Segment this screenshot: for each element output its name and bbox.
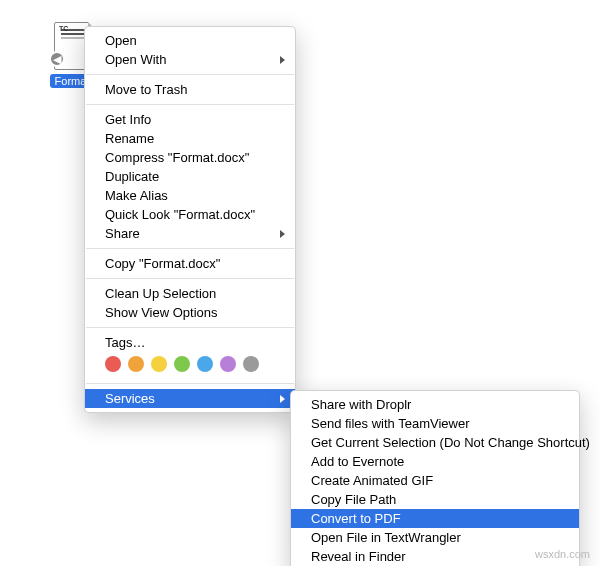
menu-item-label: Copy "Format.docx" xyxy=(105,256,220,271)
menu-item-label: Quick Look "Format.docx" xyxy=(105,207,255,222)
services-submenu: Share with DroplrSend files with TeamVie… xyxy=(290,390,580,566)
menu-item-label: Tags… xyxy=(105,335,145,350)
submenu-item[interactable]: Get Current Selection (Do Not Change Sho… xyxy=(291,433,579,452)
submenu-item-label: Copy File Path xyxy=(311,492,396,507)
menu-item[interactable]: Get Info xyxy=(85,110,295,129)
menu-separator xyxy=(86,248,294,249)
menu-item[interactable]: Share xyxy=(85,224,295,243)
chevron-right-icon xyxy=(280,56,285,64)
submenu-item-label: Reveal in Finder xyxy=(311,549,406,564)
tag-color-dot[interactable] xyxy=(105,356,121,372)
tag-color-dot[interactable] xyxy=(197,356,213,372)
submenu-item[interactable]: Convert to PDF xyxy=(291,509,579,528)
submenu-item[interactable]: Share with Droplr xyxy=(291,395,579,414)
tag-color-dot[interactable] xyxy=(243,356,259,372)
menu-item-label: Rename xyxy=(105,131,154,146)
menu-item-label: Clean Up Selection xyxy=(105,286,216,301)
submenu-item[interactable]: Copy File Path xyxy=(291,490,579,509)
menu-item-label: Compress "Format.docx" xyxy=(105,150,249,165)
menu-item[interactable]: Show View Options xyxy=(85,303,295,322)
tag-color-dot[interactable] xyxy=(174,356,190,372)
submenu-item[interactable]: Add to Evernote xyxy=(291,452,579,471)
menu-item-label: Show View Options xyxy=(105,305,218,320)
watermark: wsxdn.com xyxy=(535,548,590,560)
tag-color-dot[interactable] xyxy=(220,356,236,372)
context-menu: OpenOpen With Move to Trash Get InfoRena… xyxy=(84,26,296,413)
submenu-item-label: Convert to PDF xyxy=(311,511,401,526)
menu-separator xyxy=(86,74,294,75)
submenu-item-label: Share with Droplr xyxy=(311,397,411,412)
menu-item[interactable]: Clean Up Selection xyxy=(85,284,295,303)
menu-item-label: Move to Trash xyxy=(105,82,187,97)
menu-separator xyxy=(86,278,294,279)
chevron-right-icon xyxy=(280,230,285,238)
tags-row xyxy=(85,352,295,378)
menu-item[interactable]: Make Alias xyxy=(85,186,295,205)
menu-item[interactable]: Quick Look "Format.docx" xyxy=(85,205,295,224)
menu-item-label: Open xyxy=(105,33,137,48)
menu-item[interactable]: Duplicate xyxy=(85,167,295,186)
menu-item[interactable]: Rename xyxy=(85,129,295,148)
submenu-item-label: Get Current Selection (Do Not Change Sho… xyxy=(311,435,590,450)
menu-item[interactable]: Open With xyxy=(85,50,295,69)
menu-item-tags[interactable]: Tags… xyxy=(85,333,295,352)
menu-item-label: Services xyxy=(105,391,155,406)
menu-item-label: Share xyxy=(105,226,140,241)
chevron-right-icon xyxy=(280,395,285,403)
menu-item[interactable]: Open xyxy=(85,31,295,50)
menu-separator xyxy=(86,383,294,384)
file-thumb-label: TC xyxy=(59,25,68,32)
submenu-item-label: Create Animated GIF xyxy=(311,473,433,488)
menu-item-services[interactable]: Services xyxy=(85,389,295,408)
file-badge-icon: ◀ xyxy=(49,51,65,67)
submenu-item-label: Add to Evernote xyxy=(311,454,404,469)
menu-item[interactable]: Compress "Format.docx" xyxy=(85,148,295,167)
submenu-item[interactable]: Send files with TeamViewer xyxy=(291,414,579,433)
menu-item-label: Open With xyxy=(105,52,166,67)
menu-item[interactable]: Move to Trash xyxy=(85,80,295,99)
menu-item-label: Get Info xyxy=(105,112,151,127)
submenu-item[interactable]: Open File in TextWrangler xyxy=(291,528,579,547)
submenu-item-label: Send files with TeamViewer xyxy=(311,416,470,431)
submenu-item[interactable]: Create Animated GIF xyxy=(291,471,579,490)
tag-color-dot[interactable] xyxy=(151,356,167,372)
tag-color-dot[interactable] xyxy=(128,356,144,372)
menu-item-label: Duplicate xyxy=(105,169,159,184)
menu-item-label: Make Alias xyxy=(105,188,168,203)
menu-separator xyxy=(86,104,294,105)
menu-separator xyxy=(86,327,294,328)
submenu-item-label: Open File in TextWrangler xyxy=(311,530,461,545)
menu-item[interactable]: Copy "Format.docx" xyxy=(85,254,295,273)
